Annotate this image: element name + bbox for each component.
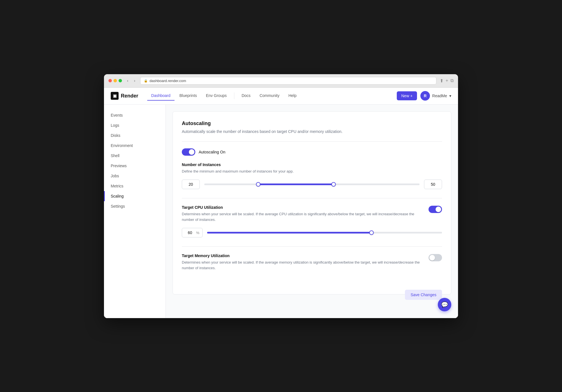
nav-link-dashboard[interactable]: Dashboard [147, 91, 175, 101]
divider-1 [182, 141, 442, 142]
autoscaling-toggle-row: Autoscaling On [182, 148, 442, 156]
autoscaling-toggle-label: Autoscaling On [199, 150, 225, 154]
sidebar-item-previews[interactable]: Previews [104, 161, 166, 171]
user-menu-chevron: ▾ [449, 94, 451, 98]
new-tab-icon[interactable]: + [446, 78, 448, 83]
toggle-thumb [189, 149, 194, 155]
sidebar-item-settings[interactable]: Settings [104, 201, 166, 211]
cpu-slider-thumb[interactable] [369, 230, 374, 235]
top-navigation: ▣ Render Dashboard Blueprints Env Groups… [104, 88, 458, 105]
nav-right: New + R ReadMe ▾ [397, 91, 451, 101]
maximize-button[interactable] [119, 79, 122, 82]
memory-section: Target Memory Utilization Determines whe… [182, 253, 442, 276]
lock-icon: 🔒 [144, 79, 148, 83]
nav-link-community[interactable]: Community [256, 91, 284, 101]
instances-slider-thumb-right[interactable] [331, 182, 336, 187]
cpu-section: Target CPU Utilization Determines when y… [182, 205, 442, 237]
browser-window: ‹ › 🔒 dashboard.render.com ⬆ + ⧉ ▣ Rende… [104, 74, 458, 318]
cpu-slider-track [207, 232, 442, 234]
cpu-text: Target CPU Utilization Determines when y… [182, 205, 424, 228]
logo-icon: ▣ [111, 92, 119, 100]
autoscaling-toggle[interactable] [182, 148, 195, 156]
logo[interactable]: ▣ Render [111, 92, 138, 100]
nav-link-env-groups[interactable]: Env Groups [202, 91, 231, 101]
sidebar-item-logs[interactable]: Logs [104, 120, 166, 130]
nav-links: Dashboard Blueprints Env Groups Docs Com… [147, 91, 388, 101]
instances-slider-thumb-left[interactable] [256, 182, 260, 187]
instances-slider-track [204, 183, 420, 185]
memory-feature-row: Target Memory Utilization Determines whe… [182, 253, 442, 276]
app: ▣ Render Dashboard Blueprints Env Groups… [104, 88, 458, 318]
content-card: Autoscaling Automatically scale the numb… [173, 111, 451, 295]
memory-title: Target Memory Utilization [182, 253, 424, 258]
user-avatar: R [420, 91, 430, 101]
chat-button[interactable]: 💬 [438, 298, 451, 311]
page-title: Autoscaling [182, 121, 442, 126]
main-content: Autoscaling Automatically scale the numb… [166, 105, 458, 318]
instances-slider-fill [258, 183, 334, 185]
cpu-description: Determines when your service will be sca… [182, 211, 424, 222]
nav-divider [234, 92, 234, 99]
sidebar-item-disks[interactable]: Disks [104, 130, 166, 141]
save-button[interactable]: Save Changes [405, 290, 442, 300]
sidebar-item-events[interactable]: Events [104, 110, 166, 120]
memory-text: Target Memory Utilization Determines whe… [182, 253, 424, 276]
instances-title: Number of Instances [182, 162, 442, 167]
forward-button[interactable]: › [132, 78, 137, 83]
cpu-input-group: % [182, 228, 203, 237]
address-bar[interactable]: 🔒 dashboard.render.com [140, 77, 436, 85]
browser-actions: ⬆ + ⧉ [440, 78, 454, 83]
sidebar-item-scaling[interactable]: Scaling [104, 191, 166, 201]
logo-text: Render [121, 93, 138, 99]
traffic-lights [108, 79, 122, 82]
new-button[interactable]: New + [397, 91, 417, 100]
instances-max-input[interactable] [424, 180, 442, 189]
cpu-slider-fill [207, 232, 372, 234]
divider-3 [182, 246, 442, 247]
sidebar-item-jobs[interactable]: Jobs [104, 171, 166, 181]
divider-2 [182, 198, 442, 198]
memory-toggle[interactable] [429, 254, 442, 261]
minimize-button[interactable] [114, 79, 117, 82]
cpu-toggle[interactable] [429, 206, 442, 213]
sidebar: Events Logs Disks Environment Shell Prev… [104, 105, 166, 318]
tabs-icon[interactable]: ⧉ [450, 78, 454, 83]
nav-link-docs[interactable]: Docs [238, 91, 255, 101]
page-layout: Events Logs Disks Environment Shell Prev… [104, 105, 458, 318]
memory-toggle-thumb [429, 255, 435, 260]
memory-description: Determines when your service will be sca… [182, 260, 424, 271]
close-button[interactable] [108, 79, 112, 82]
user-name: ReadMe [432, 94, 447, 98]
cpu-range-row: % [182, 228, 442, 237]
instances-min-input[interactable] [182, 180, 200, 189]
instances-range-row [182, 180, 442, 189]
sidebar-item-shell[interactable]: Shell [104, 151, 166, 161]
user-menu[interactable]: R ReadMe ▾ [420, 91, 451, 101]
url-text: dashboard.render.com [149, 79, 186, 83]
nav-link-blueprints[interactable]: Blueprints [176, 91, 201, 101]
sidebar-item-metrics[interactable]: Metrics [104, 181, 166, 191]
back-button[interactable]: ‹ [125, 78, 130, 83]
cpu-toggle-thumb [436, 207, 441, 212]
cpu-value-input[interactable] [185, 230, 195, 235]
sidebar-item-environment[interactable]: Environment [104, 141, 166, 151]
share-icon[interactable]: ⬆ [440, 78, 443, 83]
nav-link-help[interactable]: Help [284, 91, 300, 101]
browser-chrome: ‹ › 🔒 dashboard.render.com ⬆ + ⧉ [104, 74, 458, 88]
cpu-slider-container [207, 229, 442, 236]
cpu-title: Target CPU Utilization [182, 205, 424, 210]
instances-slider-container [204, 181, 420, 188]
instances-description: Define the minimum and maximum number of… [182, 169, 442, 174]
instances-section: Number of Instances Define the minimum a… [182, 162, 442, 189]
autoscaling-description: Automatically scale the number of instan… [182, 129, 442, 135]
cpu-feature-row: Target CPU Utilization Determines when y… [182, 205, 442, 228]
cpu-unit-label: % [196, 231, 200, 235]
browser-nav-controls: ‹ › [125, 78, 137, 83]
